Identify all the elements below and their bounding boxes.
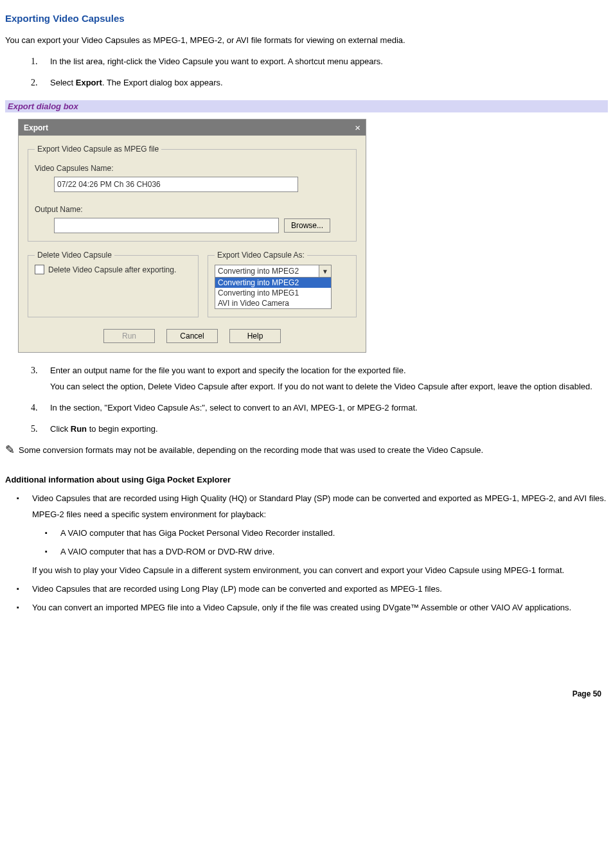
dialog-titlebar: Export × — [19, 120, 366, 136]
step-text: In the section, "Export Video Capsule As… — [50, 403, 418, 412]
fieldset-legend: Delete Video Capsule — [35, 251, 114, 260]
combobox-option[interactable]: Converting into MPEG1 — [215, 288, 331, 298]
note: ✎ Some conversion formats may not be ava… — [5, 445, 608, 456]
steps-list-b: 3. Enter an output name for the file you… — [31, 366, 608, 434]
delete-checkbox[interactable] — [35, 265, 44, 274]
help-button[interactable]: Help — [229, 329, 281, 343]
close-icon[interactable]: × — [355, 122, 360, 133]
capsule-name-input[interactable] — [54, 177, 298, 192]
step-item: 4. In the section, "Export Video Capsule… — [31, 403, 608, 412]
info-list: Video Capsules that are recorded using H… — [17, 493, 608, 612]
step-text: In the list area, right-click the Video … — [50, 57, 383, 66]
capsule-name-label: Video Capsules Name: — [35, 164, 350, 173]
list-item: Video Capsules that are recorded using H… — [17, 493, 608, 575]
dialog-title-text: Export — [24, 123, 48, 132]
delete-checkbox-label: Delete Video Capsule after exporting. — [48, 265, 176, 274]
combobox-option[interactable]: AVI in Video Camera — [215, 298, 331, 308]
info-sublist: A VAIO computer that has Giga Pocket Per… — [45, 528, 608, 556]
output-name-input[interactable] — [54, 218, 279, 233]
step-number: 2. — [31, 78, 38, 88]
fieldset-legend: Export Video Capsule As: — [215, 251, 307, 260]
page-heading: Exporting Video Capsules — [5, 13, 608, 24]
list-item: You can convert an imported MPEG file in… — [17, 603, 608, 612]
info-para: If you wish to play your Video Capsule i… — [32, 565, 608, 575]
step-item: 1. In the list area, right-click the Vid… — [31, 57, 608, 66]
run-button[interactable]: Run — [103, 329, 155, 343]
format-combobox[interactable]: Converting into MPEG2 ▼ — [215, 265, 332, 278]
browse-button[interactable]: Browse... — [284, 218, 330, 233]
step-number: 5. — [31, 424, 38, 434]
cancel-button[interactable]: Cancel — [166, 329, 218, 343]
step-number: 3. — [31, 366, 38, 376]
step-para: You can select the option, Delete Video … — [50, 382, 608, 391]
intro-text: You can export your Video Capsules as MP… — [5, 35, 608, 45]
note-text: Some conversion formats may not be avail… — [19, 445, 483, 455]
chevron-down-icon[interactable]: ▼ — [319, 265, 331, 277]
output-name-label: Output Name: — [35, 205, 350, 214]
list-item: A VAIO computer that has a DVD-ROM or DV… — [45, 547, 608, 556]
note-icon: ✎ — [5, 444, 15, 456]
step-text: Enter an output name for the file you wa… — [50, 366, 406, 375]
steps-list-a: 1. In the list area, right-click the Vid… — [31, 57, 608, 87]
info-para: MPEG-2 files need a specific system envi… — [32, 509, 608, 519]
step-item: 5. Click Run to begin exporting. — [31, 424, 608, 434]
export-as-fieldset: Export Video Capsule As: Converting into… — [208, 251, 357, 317]
figure-caption: Export dialog box — [5, 100, 608, 112]
export-dialog: Export × Export Video Capsule as MPEG fi… — [18, 119, 366, 353]
step-text: Select Export. The Export dialog box app… — [50, 78, 223, 87]
combobox-dropdown: Converting into MPEG2 Converting into MP… — [215, 278, 332, 309]
step-number: 1. — [31, 57, 38, 67]
additional-info-heading: Additional information about using Giga … — [5, 475, 608, 484]
delete-fieldset: Delete Video Capsule Delete Video Capsul… — [28, 251, 199, 317]
export-mpeg-fieldset: Export Video Capsule as MPEG file Video … — [28, 145, 357, 242]
combobox-option[interactable]: Converting into MPEG2 — [215, 278, 331, 288]
step-item: 3. Enter an output name for the file you… — [31, 366, 608, 391]
step-text: Click Run to begin exporting. — [50, 424, 158, 434]
step-item: 2. Select Export. The Export dialog box … — [31, 78, 608, 87]
fieldset-legend: Export Video Capsule as MPEG file — [35, 145, 161, 154]
page-footer: Page 50 — [5, 689, 608, 698]
list-item: A VAIO computer that has Giga Pocket Per… — [45, 528, 608, 538]
list-item: Video Capsules that are recorded using L… — [17, 584, 608, 594]
step-number: 4. — [31, 403, 38, 413]
info-text: Video Capsules that are recorded using H… — [32, 493, 606, 503]
combobox-value: Converting into MPEG2 — [215, 265, 319, 277]
